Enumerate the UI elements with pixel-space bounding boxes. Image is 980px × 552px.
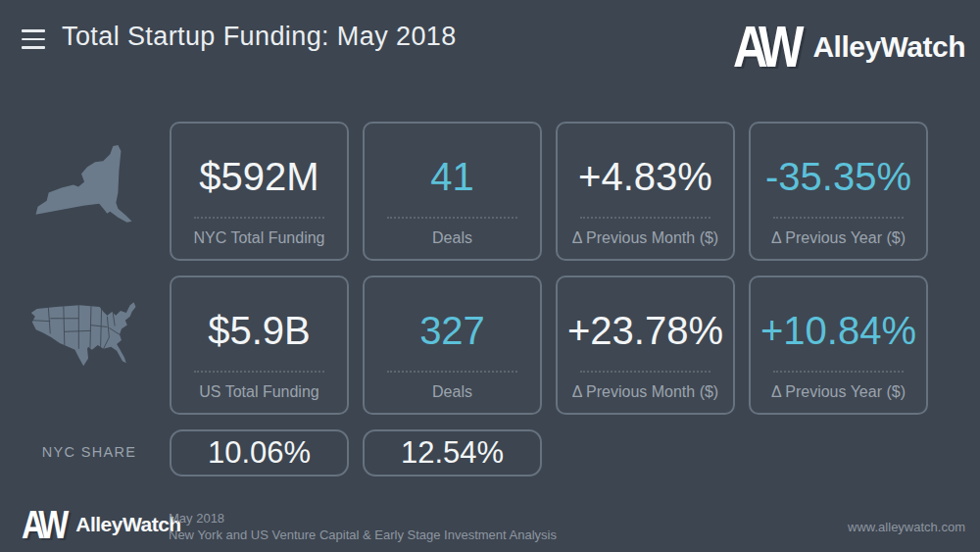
divider	[387, 217, 518, 219]
website-link[interactable]: www.alleywatch.com	[848, 520, 965, 534]
alleywatch-logo-name: AlleyWatch	[812, 30, 965, 64]
stats-grid: $592M NYC Total Funding 41 Deals +4.83% …	[170, 122, 928, 415]
stat-value: 327	[419, 291, 485, 371]
hamburger-bar	[22, 29, 45, 32]
funding-dashboard: Total Startup Funding: May 2018 AW Alley…	[0, 0, 980, 552]
footer-date: May 2018	[169, 510, 557, 527]
stat-card-us-delta-previous-year: +10.84% Δ Previous Year ($)	[749, 276, 928, 415]
stat-value: -35.35%	[765, 137, 911, 217]
divider	[194, 217, 325, 219]
alleywatch-monogram-icon: AW	[733, 18, 797, 76]
stat-label: Δ Previous Month ($)	[572, 383, 718, 401]
stat-label: Deals	[432, 229, 472, 247]
alleywatch-footer-logo: AW AlleyWatch	[22, 504, 181, 545]
stat-value: +4.83%	[578, 137, 712, 217]
nyc-share-label: NYC SHARE	[24, 444, 154, 460]
hamburger-bar	[22, 38, 45, 41]
stat-label: NYC Total Funding	[194, 229, 325, 247]
footer-description: May 2018 New York and US Venture Capital…	[169, 510, 557, 543]
divider	[580, 217, 711, 219]
stat-label: Δ Previous Year ($)	[771, 229, 906, 247]
stat-card-us-total-funding: $5.9B US Total Funding	[170, 276, 349, 415]
stat-value: +23.78%	[567, 291, 723, 371]
divider	[580, 371, 711, 373]
divider	[387, 371, 518, 373]
stat-value: 41	[430, 137, 474, 217]
stat-card-us-delta-previous-month: +23.78% Δ Previous Month ($)	[556, 276, 735, 415]
stat-value: +10.84%	[760, 291, 916, 371]
divider	[773, 371, 905, 373]
footer-subtitle: New York and US Venture Capital & Early …	[169, 527, 557, 543]
stat-card-us-deals: 327 Deals	[363, 276, 542, 415]
nyc-share-funding-pill: 10.06%	[170, 429, 349, 477]
alleywatch-monogram-icon: AW	[22, 505, 65, 544]
hamburger-menu-icon[interactable]	[22, 29, 45, 55]
stat-label: Δ Previous Year ($)	[771, 383, 906, 401]
stat-card-nyc-delta-previous-month: +4.83% Δ Previous Month ($)	[556, 122, 735, 261]
hamburger-bar	[22, 46, 45, 49]
stat-card-nyc-total-funding: $592M NYC Total Funding	[170, 122, 349, 261]
stat-card-nyc-delta-previous-year: -35.35% Δ Previous Year ($)	[749, 122, 928, 261]
alleywatch-logo-name: AlleyWatch	[75, 513, 180, 536]
nyc-share-deals-pill: 12.54%	[363, 429, 542, 477]
new-york-state-map-icon	[24, 141, 135, 236]
stat-card-nyc-deals: 41 Deals	[363, 122, 542, 261]
divider	[194, 371, 325, 373]
stat-label: Δ Previous Month ($)	[572, 229, 718, 247]
united-states-map-icon	[27, 299, 151, 383]
alleywatch-logo: AW AlleyWatch	[733, 16, 965, 78]
stat-label: US Total Funding	[199, 383, 318, 401]
stat-value: $5.9B	[208, 291, 311, 371]
stat-label: Deals	[432, 383, 472, 401]
divider	[773, 217, 905, 219]
page-title: Total Startup Funding: May 2018	[62, 22, 457, 52]
stat-value: $592M	[199, 137, 318, 217]
